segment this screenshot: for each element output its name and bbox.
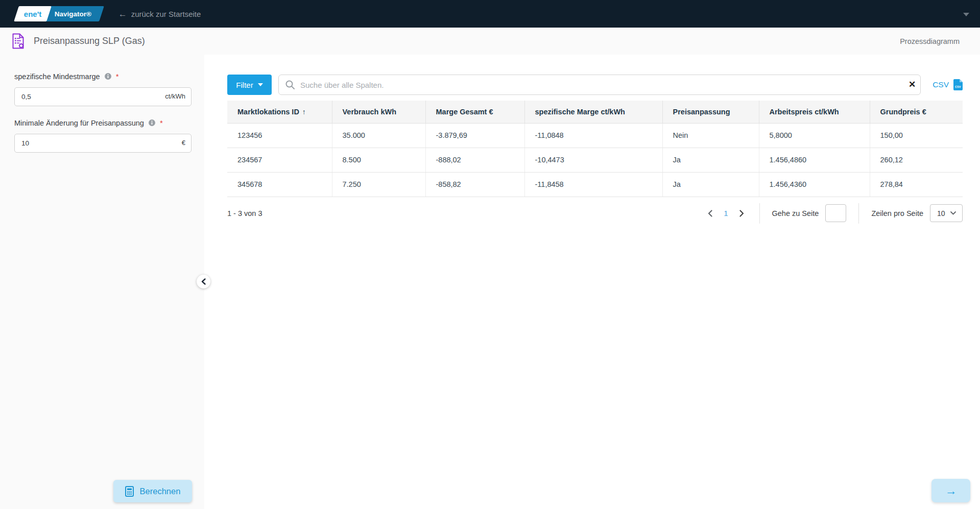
cell-marktlokations-id: 345678 <box>227 172 332 197</box>
table-row: 345678 7.250 -858,82 -11,8458 Ja 1.456,4… <box>227 172 963 197</box>
next-step-button[interactable]: → <box>931 479 970 502</box>
column-header-spezifische-marge[interactable]: spezifische Marge ct/kWh <box>524 101 662 123</box>
cell-grundpreis: 278,84 <box>870 172 963 197</box>
table-header-row: Marktlokations ID↑ Verbrauch kWh Marge G… <box>227 101 963 123</box>
parameters-sidebar: spezifische Mindestmarge * ct/kWh Minima… <box>0 55 204 509</box>
cell-marktlokations-id: 234567 <box>227 148 332 172</box>
sort-ascending-icon: ↑ <box>302 108 306 116</box>
results-panel: Filter ✕ CSV CSV <box>204 55 980 509</box>
search-field-wrapper: ✕ <box>278 75 921 95</box>
cell-arbeitspreis: 1.456,4860 <box>759 148 870 172</box>
cell-preisanpassung: Ja <box>662 148 759 172</box>
calculator-icon <box>125 486 134 497</box>
cell-spezifische-marge: -11,8458 <box>524 172 662 197</box>
column-header-preisanpassung[interactable]: Preisanpassung <box>662 101 759 123</box>
content-area: spezifische Mindestmarge * ct/kWh Minima… <box>0 55 980 509</box>
chevron-right-icon <box>739 210 744 217</box>
min-change-field-group: Minimale Änderung für Preisanpassung * € <box>14 118 192 153</box>
previous-page-button[interactable] <box>705 208 715 219</box>
back-to-start-link[interactable]: ← zurück zur Startseite <box>118 10 201 18</box>
current-page-number[interactable]: 1 <box>724 209 728 217</box>
pagination-bar: 1 - 3 von 3 1 Gehe zu Seite Zeilen p <box>227 203 963 224</box>
chevron-left-icon <box>708 210 712 217</box>
cell-verbrauch: 35.000 <box>332 123 425 148</box>
info-icon[interactable] <box>105 73 111 80</box>
cell-marge-gesamt: -858,82 <box>425 172 524 197</box>
cell-spezifische-marge: -11,0848 <box>524 123 662 148</box>
min-margin-label: spezifische Mindestmarge <box>14 72 100 81</box>
cell-grundpreis: 260,12 <box>870 148 963 172</box>
cell-grundpreis: 150,00 <box>870 123 963 148</box>
cell-marge-gesamt: -3.879,69 <box>425 123 524 148</box>
cell-preisanpassung: Ja <box>662 172 759 197</box>
sidebar-collapse-button[interactable] <box>197 275 210 288</box>
rows-per-page-value: 10 <box>937 209 945 217</box>
logo-secondary-segment: Navigator® <box>44 6 105 21</box>
rows-per-page-label: Zeilen pro Seite <box>871 209 923 217</box>
info-icon[interactable] <box>149 119 155 126</box>
chevron-down-icon <box>950 211 956 215</box>
goto-page-input[interactable] <box>825 204 846 222</box>
search-input[interactable] <box>278 75 921 95</box>
column-header-marge-gesamt[interactable]: Marge Gesamt € <box>425 101 524 123</box>
divider <box>759 203 760 224</box>
brand-secondary-text: Navigator® <box>55 10 91 18</box>
cell-arbeitspreis: 1.456,4360 <box>759 172 870 197</box>
min-change-input[interactable] <box>14 134 192 153</box>
logo-primary-segment: ene't <box>14 6 52 21</box>
filter-button-label: Filter <box>236 81 253 89</box>
calculate-button-label: Berechnen <box>140 487 181 496</box>
cell-verbrauch: 7.250 <box>332 172 425 197</box>
top-navigation-bar: ene't Navigator® ← zurück zur Startseite <box>0 0 980 28</box>
enet-navigator-logo: ene't Navigator® <box>16 6 102 21</box>
cell-preisanpassung: Nein <box>662 123 759 148</box>
svg-text:CSV: CSV <box>955 85 961 88</box>
csv-export-link[interactable]: CSV CSV <box>933 79 963 90</box>
goto-page-label: Gehe zu Seite <box>772 209 819 217</box>
csv-file-icon: CSV <box>953 79 963 90</box>
table-toolbar: Filter ✕ CSV CSV <box>227 75 963 95</box>
rows-per-page-select[interactable]: 10 <box>930 204 963 222</box>
column-header-grundpreis[interactable]: Grundpreis € <box>870 101 963 123</box>
cell-verbrauch: 8.500 <box>332 148 425 172</box>
min-margin-field-group: spezifische Mindestmarge * ct/kWh <box>14 72 192 106</box>
document-gear-icon <box>11 33 25 49</box>
min-change-label: Minimale Änderung für Preisanpassung <box>14 119 144 127</box>
table-row: 234567 8.500 -888,02 -10,4473 Ja 1.456,4… <box>227 148 963 172</box>
required-asterisk: * <box>160 118 163 127</box>
back-arrow-icon: ← <box>118 10 127 18</box>
clear-search-button[interactable]: ✕ <box>909 78 916 91</box>
min-change-unit: € <box>182 139 185 147</box>
next-page-button[interactable] <box>736 208 747 219</box>
column-header-arbeitspreis[interactable]: Arbeitspreis ct/kWh <box>759 101 870 123</box>
chevron-down-icon <box>258 83 263 86</box>
row-range-text: 1 - 3 von 3 <box>227 209 262 217</box>
page-header: Preisanpassung SLP (Gas) Prozessdiagramm <box>0 28 980 55</box>
table-row: 123456 35.000 -3.879,69 -11,0848 Nein 5,… <box>227 123 963 148</box>
cell-marge-gesamt: -888,02 <box>425 148 524 172</box>
column-header-marktlokations-id[interactable]: Marktlokations ID↑ <box>227 101 332 123</box>
cell-spezifische-marge: -10,4473 <box>524 148 662 172</box>
filter-button[interactable]: Filter <box>227 75 272 95</box>
results-table: Marktlokations ID↑ Verbrauch kWh Marge G… <box>227 101 963 197</box>
cell-arbeitspreis: 5,8000 <box>759 123 870 148</box>
process-diagram-link[interactable]: Prozessdiagramm <box>900 37 960 45</box>
search-icon <box>285 80 295 90</box>
calculate-button[interactable]: Berechnen <box>113 480 192 502</box>
csv-label: CSV <box>933 80 949 89</box>
brand-primary-text: ene't <box>24 10 41 18</box>
min-margin-unit: ct/kWh <box>165 92 185 100</box>
back-link-label: zurück zur Startseite <box>131 10 201 18</box>
user-menu-caret-icon[interactable] <box>963 13 969 16</box>
cell-marktlokations-id: 123456 <box>227 123 332 148</box>
page-title: Preisanpassung SLP (Gas) <box>34 36 145 46</box>
chevron-left-icon <box>201 278 206 285</box>
required-asterisk: * <box>116 72 119 81</box>
column-header-verbrauch[interactable]: Verbrauch kWh <box>332 101 425 123</box>
divider <box>858 203 859 224</box>
